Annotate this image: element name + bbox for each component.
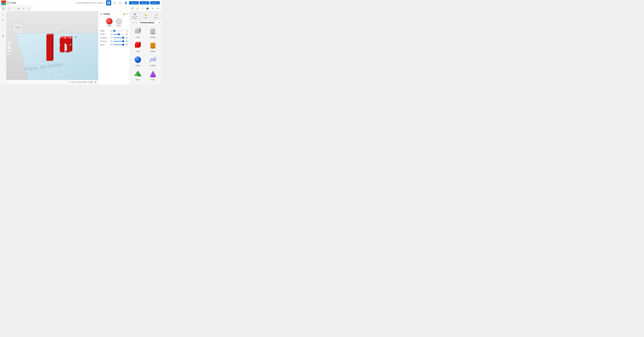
undo-button[interactable]: ↩ bbox=[22, 6, 26, 11]
svg-rect-46 bbox=[59, 38, 60, 38]
sphere-blue-icon bbox=[133, 55, 142, 64]
hollow-label: Hueco bbox=[116, 25, 121, 27]
solid-label: Sólido bbox=[107, 25, 112, 27]
shape-item-cube-red[interactable]: Cubo bbox=[131, 40, 145, 53]
shape-item-sphere-blue[interactable]: Esfera bbox=[131, 54, 145, 67]
import-button[interactable]: Importar bbox=[129, 1, 139, 4]
tools-button[interactable]: 🔧 bbox=[112, 0, 117, 5]
notes-view-button[interactable]: 💬 bbox=[130, 6, 134, 11]
shape-item-cube-gray[interactable]: Cubo bbox=[131, 26, 145, 39]
solid-circle bbox=[106, 18, 112, 24]
logo-cell-cad1: C bbox=[1, 3, 4, 5]
send-button[interactable]: Enviar a bbox=[150, 1, 160, 4]
shape-lock-button[interactable]: 🔒 bbox=[123, 13, 125, 15]
scribble-label: Scribble bbox=[150, 65, 156, 66]
fit-button[interactable]: ⊕ bbox=[1, 34, 6, 38]
paste-button[interactable]: 📄 bbox=[11, 6, 16, 11]
light-button[interactable]: 💡 bbox=[135, 6, 140, 11]
shape-item-cyl-gray[interactable]: Cilindro bbox=[146, 26, 160, 39]
ruler-button[interactable]: 📏 Regla bbox=[140, 11, 151, 20]
shape-properties: Radio 0 Pasos bbox=[98, 28, 130, 47]
orbit-button[interactable]: ↻ bbox=[1, 18, 6, 22]
svg-marker-85 bbox=[138, 70, 142, 76]
shape-item-roof-green[interactable]: Techo bbox=[131, 68, 145, 81]
radio-value: 0 bbox=[124, 30, 128, 32]
altura-row: Altura 20 bbox=[100, 44, 128, 46]
notes-button[interactable]: 📝 Notes bbox=[150, 11, 161, 20]
zoom-in-viewport-button[interactable]: + bbox=[7, 41, 11, 45]
zoom-controls: + − ⊕ bbox=[7, 41, 11, 54]
front-thumb-icon: □ bbox=[18, 28, 18, 30]
radio-label: Radio bbox=[100, 30, 110, 32]
solid-type-button[interactable]: Sólido bbox=[106, 18, 112, 27]
sidebar-expand-button[interactable]: › bbox=[64, 45, 67, 51]
radio-dot[interactable] bbox=[110, 30, 112, 32]
ruler-label: Regla bbox=[144, 17, 147, 18]
longitud-dot[interactable] bbox=[110, 37, 112, 39]
pasos-slider[interactable] bbox=[113, 33, 124, 35]
shape-view-button[interactable]: ⬡ bbox=[140, 6, 145, 11]
shape-item-text[interactable]: TEXT Texto bbox=[146, 82, 160, 84]
svg-rect-51 bbox=[64, 52, 66, 52]
tall-red-object[interactable] bbox=[46, 33, 54, 62]
svg-rect-47 bbox=[70, 38, 71, 38]
grid-view2-button[interactable]: ⊞ bbox=[150, 6, 155, 11]
viewport[interactable]: FRONTAL □ bbox=[6, 11, 98, 84]
altura-slider[interactable] bbox=[113, 44, 124, 46]
ruler-icon: 📏 bbox=[144, 14, 147, 17]
logo-cell-cad2: A bbox=[4, 3, 6, 5]
shape-visibility-button[interactable]: 👁 bbox=[126, 13, 128, 15]
gallery-button[interactable]: 🗂 bbox=[118, 0, 122, 5]
longitud-slider[interactable] bbox=[113, 36, 124, 39]
pasos-dot[interactable] bbox=[110, 33, 112, 35]
grid-size-select[interactable]: 1 mm 2 mm 5 mm 10 mm bbox=[88, 81, 97, 84]
cube-red-label: Cubo bbox=[136, 50, 140, 52]
height-arrow[interactable]: ↕ bbox=[63, 30, 64, 32]
copy-button[interactable]: 📋 bbox=[6, 6, 11, 11]
svg-marker-88 bbox=[150, 70, 156, 76]
roof-green-icon bbox=[133, 69, 142, 78]
shape-item-cyl-orange[interactable]: Cilindro bbox=[146, 40, 160, 53]
new-button[interactable]: 🏠 bbox=[1, 6, 6, 11]
shape-item-cone-purple[interactable]: Cono bbox=[146, 68, 160, 81]
anchura-slider[interactable] bbox=[113, 40, 124, 42]
cyl-gray-icon bbox=[148, 26, 158, 36]
anchura-row: Anchura 20 bbox=[100, 40, 128, 42]
circle-view-button[interactable]: ⬤ bbox=[145, 6, 150, 11]
shape-collapse-button[interactable]: ▲ bbox=[100, 12, 103, 16]
home-view-button[interactable]: ⌂ bbox=[1, 12, 6, 17]
category-dropdown-button[interactable]: ▾ bbox=[159, 22, 160, 24]
altura-dot[interactable] bbox=[110, 44, 112, 46]
shape-item-curved-roof[interactable]: Techo curvo bbox=[131, 82, 145, 84]
anchura-dot[interactable] bbox=[110, 40, 112, 42]
mirror-button[interactable]: ⟺ bbox=[155, 6, 160, 11]
logo-cell-tin: T bbox=[1, 0, 4, 3]
cube-gray-label: Cubo bbox=[136, 36, 140, 38]
svg-rect-57 bbox=[135, 29, 139, 34]
redo-button[interactable]: ↪ bbox=[26, 6, 31, 11]
zoom-out-viewport-button[interactable]: − bbox=[7, 46, 11, 50]
shapes-topbar: ⊞ Plano detrabajo 📏 Regla 📝 Notes bbox=[130, 11, 161, 21]
category-name-label: Formas básicas bbox=[140, 22, 158, 24]
svg-rect-49 bbox=[70, 52, 71, 52]
shape-item-scribble[interactable]: Scribble bbox=[146, 54, 160, 67]
zoom-in-button[interactable]: + bbox=[1, 23, 6, 28]
fit-viewport-button[interactable]: ⊕ bbox=[7, 50, 11, 54]
rotation-handle[interactable]: ↻ bbox=[75, 36, 77, 39]
notes-icon: 📝 bbox=[154, 14, 158, 17]
svg-rect-52 bbox=[59, 44, 60, 45]
user-button[interactable]: 👤 bbox=[124, 0, 128, 5]
hollow-circle bbox=[116, 18, 122, 24]
project-title[interactable]: Chair bbox=[11, 2, 16, 4]
svg-marker-33 bbox=[52, 34, 54, 61]
workplane-button[interactable]: ⊞ Plano detrabajo bbox=[130, 11, 140, 20]
delete-button[interactable]: 🗑 bbox=[16, 6, 21, 11]
svg-rect-48 bbox=[59, 52, 60, 52]
front-view-thumbnail[interactable]: FRONTAL □ bbox=[12, 23, 24, 34]
radio-slider[interactable] bbox=[113, 30, 124, 32]
svg-marker-0 bbox=[16, 33, 98, 80]
grid-view-button[interactable] bbox=[106, 0, 111, 5]
zoom-out-button[interactable]: − bbox=[1, 28, 6, 33]
export-button[interactable]: Exportar bbox=[140, 1, 149, 4]
hollow-type-button[interactable]: Hueco bbox=[116, 18, 122, 27]
